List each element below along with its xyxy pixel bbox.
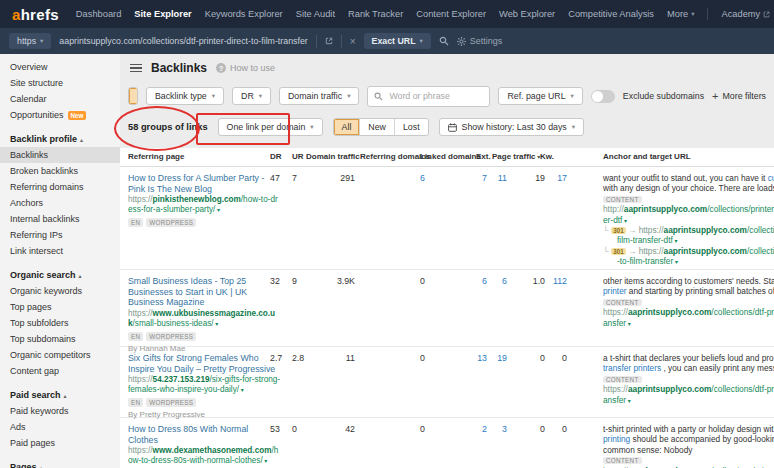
referring-page-url[interactable]: https://www.ukbusinessmagazine.co.uk/sma… xyxy=(128,309,280,329)
sidebar-item-broken-backlinks[interactable]: Broken backlinks xyxy=(0,163,120,179)
nav-item-competitive-analysis[interactable]: Competitive Analysis xyxy=(568,9,654,19)
sidebar-item-ads[interactable]: Ads xyxy=(0,419,120,435)
nav-item-academy[interactable]: Academy xyxy=(721,9,770,19)
nav-item-rank-tracker[interactable]: Rank Tracker xyxy=(348,9,403,19)
target-url-scheme[interactable]: https:// xyxy=(603,307,628,317)
search-icon[interactable] xyxy=(439,36,449,46)
protocol-dropdown[interactable]: https▾ xyxy=(9,33,51,49)
sidebar-item-internal-backlinks[interactable]: Internal backlinks xyxy=(0,211,120,227)
target-url-path[interactable]: /collections/dtf-printer-dire xyxy=(711,307,774,317)
url-options-caret[interactable]: ▾ xyxy=(673,238,678,244)
column-header-domain-traffic[interactable]: Domain traffic xyxy=(306,152,360,161)
tab-lost[interactable]: Lost xyxy=(395,119,428,135)
target-url-path[interactable]: -to-film-transfer xyxy=(617,256,673,266)
show-history-dropdown[interactable]: Show history: Last 30 days▾ xyxy=(439,118,584,136)
tab-all[interactable]: All xyxy=(334,119,361,135)
url-options-caret[interactable]: ▾ xyxy=(239,387,244,393)
ref-page-url-dropdown[interactable]: Ref. page URL▾ xyxy=(498,87,582,105)
external-links-value[interactable]: 3 xyxy=(470,424,507,434)
target-url-scheme[interactable]: https:// xyxy=(639,246,664,256)
sidebar-item-anchors[interactable]: Anchors xyxy=(0,195,120,211)
sidebar-item-opportunities[interactable]: OpportunitiesNew xyxy=(0,107,120,123)
target-url-domain[interactable]: aaprintsupplyco.com xyxy=(628,384,711,394)
sidebar-item-top-subfolders[interactable]: Top subfolders xyxy=(0,315,120,331)
column-header-linked-domains[interactable]: Linked domains xyxy=(420,152,481,161)
referring-page-title[interactable]: How to Dress for A Slumber Party - Pink … xyxy=(128,173,280,194)
sidebar-item-organic-keywords[interactable]: Organic keywords xyxy=(0,283,120,299)
column-header-kw[interactable]: Kw. xyxy=(540,152,554,161)
url-options-caret[interactable]: ▾ xyxy=(626,398,631,404)
menu-toggle-icon[interactable] xyxy=(130,64,142,73)
target-url-path[interactable]: /collections/dtf-printer-dire xyxy=(711,384,774,394)
sidebar-item-site-structure[interactable]: Site structure xyxy=(0,75,120,91)
url-options-caret[interactable]: ▾ xyxy=(215,207,220,213)
referring-page-url[interactable]: https://www.dexamethasonemed.com/how-to-… xyxy=(128,446,280,466)
sidebar-item-content-gap[interactable]: Content gap xyxy=(0,363,120,379)
target-url-input[interactable]: aaprintsupplyco.com/collections/dtf-prin… xyxy=(59,36,307,46)
referring-domains-value[interactable]: 6 xyxy=(383,173,425,183)
filter-dropdown-backlink-type[interactable]: Backlink type▾ xyxy=(146,87,224,105)
target-url-path[interactable]: film-transfer-dtf xyxy=(617,235,673,245)
target-url-domain[interactable]: aaprintsupplyco.com xyxy=(664,246,747,256)
word-filter-input[interactable] xyxy=(387,90,483,102)
sidebar-item-referring-domains[interactable]: Referring domains xyxy=(0,179,120,195)
column-header-referring-page[interactable]: Referring page xyxy=(128,152,184,161)
filter-dropdown-dr[interactable]: DR▾ xyxy=(232,87,271,105)
referring-page-title[interactable]: Small Business Ideas - Top 25 Businesses… xyxy=(128,276,280,308)
url-options-caret[interactable]: ▾ xyxy=(622,218,627,224)
anchor-link[interactable]: printer xyxy=(603,286,627,296)
nav-item-site-audit[interactable]: Site Audit xyxy=(296,9,335,19)
target-url-scheme[interactable]: http:// xyxy=(603,204,624,214)
filter-dropdown-domain-traffic[interactable]: Domain traffic▾ xyxy=(279,87,359,105)
external-links-value[interactable]: 11 xyxy=(470,173,507,183)
referring-page-url[interactable]: https://54.237.153.219/six-gifts-for-str… xyxy=(128,375,280,395)
nav-item-web-explorer[interactable]: Web Explorer xyxy=(499,9,555,19)
sidebar-item-top-pages[interactable]: Top pages xyxy=(0,299,120,315)
sidebar-item-paid-pages[interactable]: Paid pages xyxy=(0,435,120,451)
column-header-dr[interactable]: DR xyxy=(270,152,282,161)
nav-item-keywords-explorer[interactable]: Keywords Explorer xyxy=(205,9,283,19)
filter-chip-all[interactable]: All xyxy=(129,88,138,104)
external-links-value[interactable]: 19 xyxy=(470,353,507,363)
external-links-value[interactable]: 6 xyxy=(470,276,507,286)
keywords-value[interactable]: 17 xyxy=(525,173,567,183)
sidebar-item-paid-keywords[interactable]: Paid keywords xyxy=(0,403,120,419)
more-filters-button[interactable]: +More filters xyxy=(712,90,766,102)
target-url-domain[interactable]: aaprintsupplyco.com xyxy=(624,204,707,214)
target-url-domain[interactable]: aaprintsupplyco.com xyxy=(664,225,747,235)
target-url-scheme[interactable]: https:// xyxy=(639,225,664,235)
target-url-path[interactable]: /collections/printer-direct-to- xyxy=(707,204,774,214)
sidebar-item-link-intersect[interactable]: Link intersect xyxy=(0,243,120,259)
group-mode-dropdown[interactable]: One link per domain▾ xyxy=(218,118,323,136)
open-in-new-tab-icon[interactable] xyxy=(325,37,333,45)
tab-new[interactable]: New xyxy=(360,119,395,135)
nav-item-more[interactable]: More▾ xyxy=(667,9,694,19)
target-url-path[interactable]: /collections/dtf-pr xyxy=(747,246,774,256)
target-url-domain[interactable]: aaprintsupplyco.com xyxy=(628,307,711,317)
url-options-caret[interactable]: ▾ xyxy=(263,458,268,464)
column-header-anchor-and-target-url[interactable]: Anchor and target URL xyxy=(603,152,691,161)
nav-item-dashboard[interactable]: Dashboard xyxy=(76,9,121,19)
sidebar-item-overview[interactable]: Overview xyxy=(0,59,120,75)
sidebar-item-top-subdomains[interactable]: Top subdomains xyxy=(0,331,120,347)
settings-button[interactable]: Settings xyxy=(457,36,503,46)
target-url-path[interactable]: er-dtf xyxy=(603,215,622,225)
target-url-path[interactable]: ansfer xyxy=(603,318,626,328)
url-options-caret[interactable]: ▾ xyxy=(673,259,678,265)
sidebar-item-backlinks[interactable]: Backlinks xyxy=(0,147,120,163)
nav-item-content-explorer[interactable]: Content Explorer xyxy=(416,9,486,19)
sidebar-item-referring-ips[interactable]: Referring IPs xyxy=(0,227,120,243)
search-mode-dropdown[interactable]: Exact URL▾ xyxy=(364,33,431,49)
target-url-scheme[interactable]: https:// xyxy=(603,384,628,394)
keywords-value[interactable]: 112 xyxy=(525,276,567,286)
referring-page-title[interactable]: How to Dress 80s With Normal Clothes xyxy=(128,424,280,445)
target-url-path[interactable]: /collections/printe xyxy=(747,225,774,235)
column-header-ext[interactable]: Ext. xyxy=(476,152,491,161)
clear-url-icon[interactable]: × xyxy=(350,36,356,47)
url-options-caret[interactable]: ▾ xyxy=(214,321,219,327)
anchor-link[interactable]: transfer printers xyxy=(603,363,661,373)
target-url-path[interactable]: ansfer xyxy=(603,395,626,405)
exclude-subdomains-toggle[interactable] xyxy=(591,90,615,103)
anchor-link[interactable]: printing xyxy=(603,434,630,444)
sidebar-item-calendar[interactable]: Calendar xyxy=(0,91,120,107)
